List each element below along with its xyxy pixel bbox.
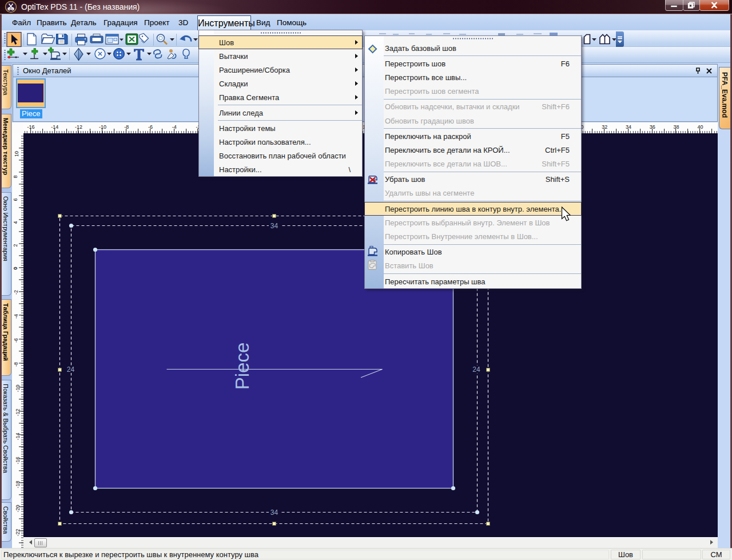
svg-text:24: 24 [472, 366, 480, 374]
svg-text:34: 34 [270, 509, 279, 517]
svg-text:34: 34 [270, 222, 279, 230]
svg-text:Piece: Piece [232, 343, 253, 390]
svg-text:24: 24 [67, 366, 75, 374]
